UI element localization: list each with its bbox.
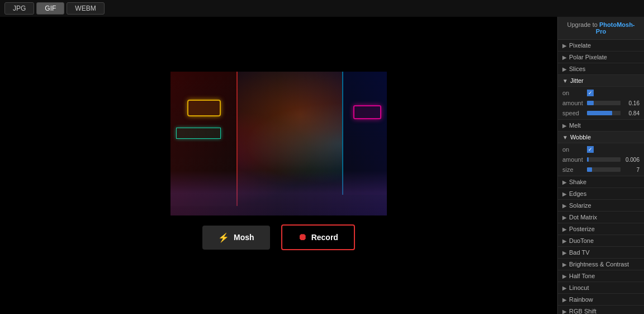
effect-label: Shake [569, 179, 586, 185]
wobble-size-label: size [562, 166, 585, 173]
canvas-area: ⚡ Mosh ⏺ Record [0, 17, 557, 314]
format-tab-webm[interactable]: WEBM [67, 2, 104, 15]
effect-label: Brightness & Contrast [569, 261, 629, 268]
format-tab-gif[interactable]: GIF [36, 2, 64, 15]
wobble-amount-value: 0.006 [623, 157, 640, 163]
mosh-button[interactable]: ⚡ Mosh [202, 226, 270, 250]
effect-item-slices[interactable]: ▶ Slices [558, 63, 644, 75]
effect-item-linocut[interactable]: ▶ Linocut [558, 282, 644, 294]
arrow-icon: ▶ [562, 238, 567, 244]
effect-item-rainbow[interactable]: ▶ Rainbow [558, 294, 644, 306]
wobble-size-fill [587, 167, 592, 172]
effect-item-duotone[interactable]: ▶ DuoTone [558, 235, 644, 247]
effect-item-half-tone[interactable]: ▶ Half Tone [558, 270, 644, 282]
chroma-blue [172, 72, 387, 215]
canvas-image [171, 72, 387, 215]
effect-label: Edges [569, 190, 586, 197]
effect-label: Solarize [569, 202, 591, 209]
bottom-controls: ⚡ Mosh ⏺ Record [193, 215, 364, 259]
effect-label: Dot Matrix [569, 214, 597, 221]
effect-item-wobble[interactable]: ▼ Wobble [558, 132, 644, 143]
arrow-icon: ▶ [562, 297, 567, 303]
wobble-on-checkbox[interactable] [587, 146, 594, 153]
wobble-controls: on amount 0.006 size 7 [558, 143, 644, 176]
wobble-size-slider[interactable] [587, 167, 621, 172]
effect-item-dot-matrix[interactable]: ▶ Dot Matrix [558, 212, 644, 223]
arrow-icon: ▶ [562, 226, 567, 232]
effect-item-polar-pixelate[interactable]: ▶ Polar Pixelate [558, 51, 644, 63]
chroma-overlay [171, 72, 387, 215]
jitter-amount-slider[interactable] [587, 101, 621, 105]
effect-item-bad-tv[interactable]: ▶ Bad TV [558, 247, 644, 259]
arrow-icon: ▶ [562, 250, 567, 256]
wobble-on-label: on [562, 146, 585, 153]
effect-label: Polar Pixelate [569, 54, 607, 60]
jitter-amount-row: amount 0.16 [558, 98, 644, 108]
arrow-icon: ▶ [562, 179, 567, 185]
arrow-icon: ▶ [562, 66, 567, 72]
street-scene [171, 72, 387, 215]
effect-item-brightness-contrast[interactable]: ▶ Brightness & Contrast [558, 259, 644, 270]
effect-label: Slices [569, 65, 585, 72]
arrow-icon: ▼ [562, 78, 568, 84]
effect-label: Bad TV [569, 249, 590, 256]
record-icon: ⏺ [298, 232, 307, 242]
jitter-on-row: on [558, 88, 644, 98]
jitter-speed-row: speed 0.84 [558, 108, 644, 118]
arrow-icon: ▶ [562, 191, 567, 197]
effect-item-pixelate[interactable]: ▶ Pixelate [558, 40, 644, 51]
effect-item-posterize[interactable]: ▶ Posterize [558, 223, 644, 235]
arrow-icon: ▶ [562, 43, 567, 49]
arrow-icon: ▶ [562, 285, 567, 291]
upgrade-text: Upgrade to [567, 21, 599, 28]
jitter-amount-fill [587, 101, 594, 105]
jitter-on-checkbox[interactable] [587, 90, 594, 96]
jitter-speed-value: 0.84 [623, 110, 640, 116]
effect-item-edges[interactable]: ▶ Edges [558, 188, 644, 200]
arrow-icon: ▶ [562, 308, 567, 315]
arrow-icon: ▼ [562, 134, 568, 140]
jitter-speed-label: speed [562, 110, 585, 116]
wobble-on-row: on [558, 144, 644, 154]
jitter-amount-value: 0.16 [623, 100, 640, 106]
effect-label: Pixelate [569, 42, 591, 49]
effect-label: Posterize [569, 226, 595, 232]
effect-item-rgb-shift[interactable]: ▶ RGB Shift [558, 306, 644, 314]
wobble-size-row: size 7 [558, 165, 644, 175]
main-layout: ⚡ Mosh ⏺ Record Upgrade to PhotoMosh-Pro… [0, 17, 644, 314]
arrow-icon: ▶ [562, 261, 567, 268]
effect-item-shake[interactable]: ▶ Shake [558, 176, 644, 188]
jitter-amount-label: amount [562, 100, 585, 106]
top-bar: JPG GIF WEBM [0, 0, 644, 17]
effect-list: ▶ Pixelate ▶ Polar Pixelate ▶ Slices ▼ J… [558, 40, 644, 314]
wobble-amount-label: amount [562, 156, 585, 163]
wobble-amount-fill [587, 157, 589, 162]
arrow-icon: ▶ [562, 123, 567, 129]
effect-label: Rainbow [569, 296, 593, 303]
effect-label: DuoTone [569, 237, 594, 244]
jitter-speed-fill [587, 111, 612, 115]
mosh-button-label: Mosh [234, 233, 254, 242]
jitter-controls: on amount 0.16 speed 0.84 [558, 87, 644, 120]
arrow-icon: ▶ [562, 54, 567, 60]
effect-item-jitter[interactable]: ▼ Jitter [558, 75, 644, 87]
lightning-icon: ⚡ [218, 232, 229, 243]
record-button[interactable]: ⏺ Record [281, 224, 355, 250]
wobble-amount-row: amount 0.006 [558, 154, 644, 165]
arrow-icon: ▶ [562, 203, 567, 209]
jitter-speed-slider[interactable] [587, 111, 621, 115]
upgrade-banner[interactable]: Upgrade to PhotoMosh-Pro [558, 17, 644, 40]
effect-label: RGB Shift [569, 308, 596, 314]
wobble-amount-slider[interactable] [587, 157, 621, 162]
effect-item-solarize[interactable]: ▶ Solarize [558, 200, 644, 212]
effect-label: Linocut [569, 284, 589, 291]
wobble-size-value: 7 [623, 167, 640, 173]
effect-label: Jitter [570, 77, 584, 84]
format-tab-jpg[interactable]: JPG [4, 2, 34, 15]
arrow-icon: ▶ [562, 214, 567, 221]
arrow-icon: ▶ [562, 273, 567, 279]
effect-item-melt[interactable]: ▶ Melt [558, 120, 644, 132]
brand-name: PhotoMosh-Pro [596, 21, 635, 35]
effect-label: Melt [569, 122, 581, 129]
effect-label: Wobble [570, 134, 591, 140]
